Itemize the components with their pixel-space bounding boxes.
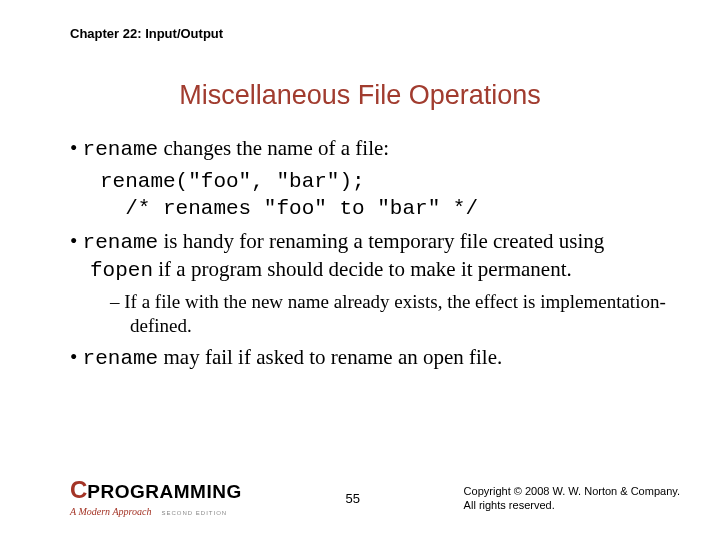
- copyright-line-1: Copyright © 2008 W. W. Norton & Company.: [464, 484, 680, 498]
- logo-main-line: CPROGRAMMING: [70, 478, 242, 502]
- logo-edition: SECOND EDITION: [161, 510, 227, 516]
- content-area: rename changes the name of a file: renam…: [70, 135, 670, 378]
- copyright: Copyright © 2008 W. W. Norton & Company.…: [464, 484, 680, 513]
- logo-subtitle: A Modern Approach: [70, 506, 151, 517]
- bullet-text: is handy for renaming a temporary file c…: [158, 229, 604, 253]
- bullet-text: may fail if asked to rename an open file…: [158, 345, 502, 369]
- slide-title: Miscellaneous File Operations: [0, 80, 720, 111]
- bullet-2-sub-1: If a file with the new name already exis…: [110, 290, 670, 338]
- code-inline: fopen: [90, 259, 153, 282]
- bullet-2: rename is handy for renaming a temporary…: [70, 228, 670, 285]
- bullet-text: changes the name of a file:: [158, 136, 389, 160]
- bullet-1: rename changes the name of a file:: [70, 135, 670, 163]
- page-number: 55: [345, 491, 359, 506]
- code-line: rename("foo", "bar");: [100, 170, 365, 193]
- bullet-3: rename may fail if asked to rename an op…: [70, 344, 670, 372]
- copyright-line-2: All rights reserved.: [464, 498, 680, 512]
- code-inline: rename: [83, 347, 159, 370]
- logo-sub-line: A Modern Approach SECOND EDITION: [70, 502, 242, 518]
- book-logo: CPROGRAMMING A Modern Approach SECOND ED…: [70, 478, 242, 518]
- code-inline: rename: [83, 138, 159, 161]
- chapter-label: Chapter 22: Input/Output: [70, 26, 223, 41]
- code-block: rename("foo", "bar"); /* renames "foo" t…: [100, 169, 670, 222]
- logo-c-letter: C: [70, 478, 87, 502]
- logo-programming: PROGRAMMING: [87, 482, 241, 501]
- code-line: /* renames "foo" to "bar" */: [100, 197, 478, 220]
- code-inline: rename: [83, 231, 159, 254]
- bullet-text: if a program should decide to make it pe…: [153, 257, 572, 281]
- footer: CPROGRAMMING A Modern Approach SECOND ED…: [70, 478, 680, 518]
